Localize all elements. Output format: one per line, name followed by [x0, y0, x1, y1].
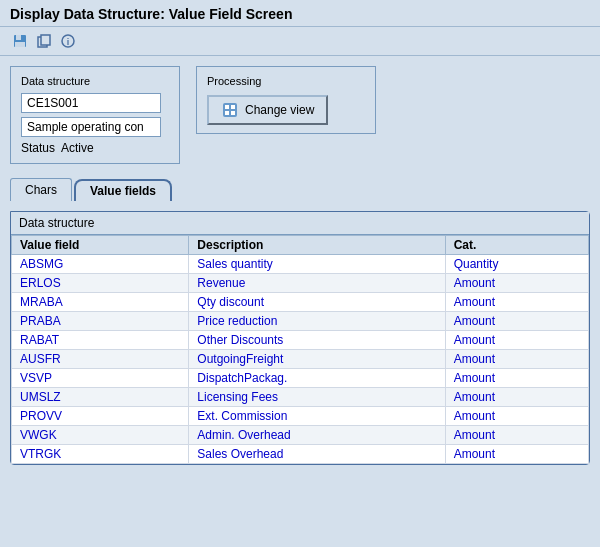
field-cat-cell: Amount — [445, 350, 588, 369]
svg-rect-9 — [231, 105, 235, 109]
field-cat-cell: Amount — [445, 407, 588, 426]
change-view-label: Change view — [245, 103, 314, 117]
field-desc-cell: Sales quantity — [189, 255, 445, 274]
window-container: Display Data Structure: Value Field Scre… — [0, 0, 600, 475]
table-row[interactable]: PROVVExt. CommissionAmount — [12, 407, 589, 426]
change-view-button[interactable]: Change view — [207, 95, 328, 125]
copy-icon[interactable] — [34, 31, 54, 51]
svg-rect-2 — [15, 42, 25, 47]
field-cat-cell: Amount — [445, 331, 588, 350]
top-section: Data structure CE1S001 Sample operating … — [10, 66, 590, 164]
field-cat-cell: Amount — [445, 274, 588, 293]
toolbar: i — [0, 27, 600, 56]
field-code-cell: ERLOS — [12, 274, 189, 293]
field-desc-cell: Revenue — [189, 274, 445, 293]
svg-rect-4 — [41, 35, 50, 45]
status-label: Status — [21, 141, 55, 155]
data-structure-label: Data structure — [21, 75, 169, 87]
field-code-cell: VWGK — [12, 426, 189, 445]
table-row[interactable]: MRABAQty discountAmount — [12, 293, 589, 312]
field-code-cell: UMSLZ — [12, 388, 189, 407]
svg-rect-11 — [231, 111, 235, 115]
svg-rect-10 — [225, 111, 229, 115]
tab-value-fields-label: Value fields — [90, 184, 156, 198]
field-desc-cell: DispatchPackag. — [189, 369, 445, 388]
field-desc-cell: Other Discounts — [189, 331, 445, 350]
table-header-row: Value field Description Cat. — [12, 236, 589, 255]
col-header-desc: Description — [189, 236, 445, 255]
status-row: Status Active — [21, 141, 169, 155]
field-desc-cell: Qty discount — [189, 293, 445, 312]
field-cat-cell: Amount — [445, 293, 588, 312]
title-bar: Display Data Structure: Value Field Scre… — [0, 0, 600, 27]
table-row[interactable]: VTRGKSales OverheadAmount — [12, 445, 589, 464]
svg-rect-8 — [225, 105, 229, 109]
table-row[interactable]: VSVPDispatchPackag.Amount — [12, 369, 589, 388]
field-code-cell: RABAT — [12, 331, 189, 350]
field-desc-cell: Sales Overhead — [189, 445, 445, 464]
field-code-cell: PRABA — [12, 312, 189, 331]
table-row[interactable]: ERLOSRevenueAmount — [12, 274, 589, 293]
status-value: Active — [61, 141, 94, 155]
processing-label: Processing — [207, 75, 365, 87]
field-code-cell: VSVP — [12, 369, 189, 388]
table-row[interactable]: AUSFROutgoingFreightAmount — [12, 350, 589, 369]
data-structure-description: Sample operating con — [21, 117, 161, 137]
panel-title: Data structure — [11, 212, 589, 235]
field-cat-cell: Amount — [445, 369, 588, 388]
save-icon[interactable] — [10, 31, 30, 51]
field-desc-cell: Admin. Overhead — [189, 426, 445, 445]
value-fields-table: Value field Description Cat. ABSMGSales … — [11, 235, 589, 464]
data-structure-panel: Data structure CE1S001 Sample operating … — [10, 66, 180, 164]
info-icon[interactable]: i — [58, 31, 78, 51]
field-cat-cell: Amount — [445, 426, 588, 445]
field-code-cell: MRABA — [12, 293, 189, 312]
tab-value-fields[interactable]: Value fields — [74, 179, 172, 201]
tab-chars[interactable]: Chars — [10, 178, 72, 201]
field-cat-cell: Amount — [445, 312, 588, 331]
field-code-cell: AUSFR — [12, 350, 189, 369]
field-cat-cell: Amount — [445, 445, 588, 464]
svg-rect-1 — [16, 35, 21, 40]
field-desc-cell: Price reduction — [189, 312, 445, 331]
field-desc-cell: OutgoingFreight — [189, 350, 445, 369]
table-row[interactable]: VWGKAdmin. OverheadAmount — [12, 426, 589, 445]
table-row[interactable]: RABATOther DiscountsAmount — [12, 331, 589, 350]
field-desc-cell: Licensing Fees — [189, 388, 445, 407]
field-code-cell: VTRGK — [12, 445, 189, 464]
change-view-icon — [221, 101, 239, 119]
field-code-cell: PROVV — [12, 407, 189, 426]
tabs-area: Chars Value fields — [10, 178, 590, 201]
svg-text:i: i — [67, 37, 70, 47]
table-row[interactable]: UMSLZLicensing FeesAmount — [12, 388, 589, 407]
field-cat-cell: Quantity — [445, 255, 588, 274]
window-title: Display Data Structure: Value Field Scre… — [10, 6, 590, 22]
field-cat-cell: Amount — [445, 388, 588, 407]
col-header-cat: Cat. — [445, 236, 588, 255]
col-header-field: Value field — [12, 236, 189, 255]
data-structure-code: CE1S001 — [21, 93, 161, 113]
tab-chars-label: Chars — [25, 183, 57, 197]
table-row[interactable]: ABSMGSales quantityQuantity — [12, 255, 589, 274]
table-row[interactable]: PRABAPrice reductionAmount — [12, 312, 589, 331]
field-code-cell: ABSMG — [12, 255, 189, 274]
field-desc-cell: Ext. Commission — [189, 407, 445, 426]
table-panel: Data structure Value field Description C… — [10, 211, 590, 465]
processing-panel: Processing Change view — [196, 66, 376, 134]
main-content: Data structure CE1S001 Sample operating … — [0, 56, 600, 475]
